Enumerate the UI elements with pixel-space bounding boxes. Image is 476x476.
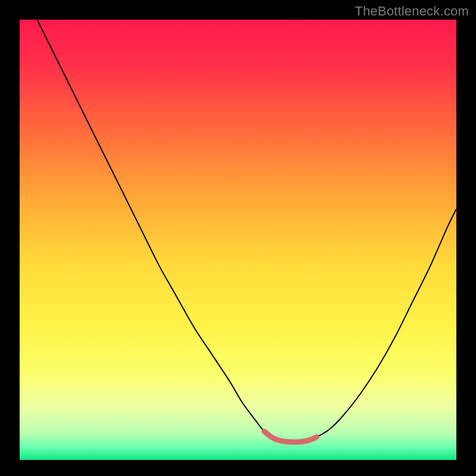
gradient-background [20,20,456,460]
chart-frame: TheBottleneck.com [0,0,476,476]
watermark-text: TheBottleneck.com [355,4,469,19]
plot-svg [20,20,456,460]
plot-area [20,20,456,460]
